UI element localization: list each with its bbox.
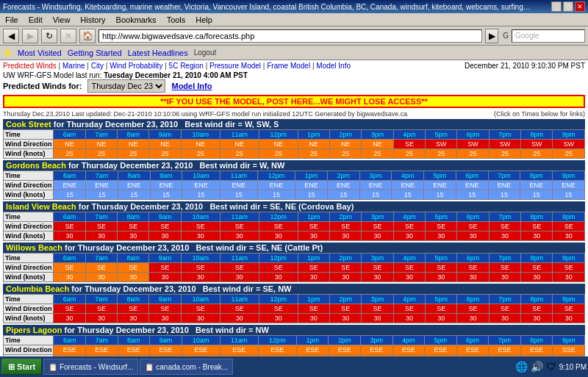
time-cell-0[interactable]: 6am <box>54 336 86 345</box>
time-cell-2[interactable]: 8am <box>118 212 149 222</box>
time-cell-3[interactable]: 9am <box>149 254 181 263</box>
menu-bookmarks[interactable]: Bookmarks <box>114 15 159 24</box>
maximize-button[interactable]: □ <box>563 1 573 12</box>
time-cell-4[interactable]: 10am <box>181 130 220 140</box>
time-cell-4[interactable]: 10am <box>182 336 220 345</box>
nav-marine[interactable]: Marine <box>62 62 85 70</box>
time-cell-11[interactable]: 5pm <box>424 171 456 181</box>
time-cell-0[interactable]: 6am <box>54 171 86 181</box>
time-cell-3[interactable]: 9am <box>149 212 181 222</box>
logout-link[interactable]: Logout <box>194 49 217 57</box>
time-cell-1[interactable]: 7am <box>85 212 117 222</box>
minimize-button[interactable]: _ <box>551 1 562 12</box>
close-button[interactable]: ✕ <box>575 1 585 12</box>
time-cell-2[interactable]: 8am <box>118 254 149 263</box>
time-cell-11[interactable]: 5pm <box>426 212 457 222</box>
time-cell-0[interactable]: 6am <box>54 254 85 263</box>
time-cell-11[interactable]: 5pm <box>426 130 457 140</box>
time-cell-4[interactable]: 10am <box>181 295 220 304</box>
time-cell-15[interactable]: 9pm <box>553 212 585 222</box>
time-cell-13[interactable]: 7pm <box>489 254 520 263</box>
time-cell-0[interactable]: 6am <box>54 130 85 140</box>
time-cell-13[interactable]: 7pm <box>488 171 520 181</box>
nav-city[interactable]: City <box>91 62 104 70</box>
time-cell-12[interactable]: 6pm <box>457 295 489 304</box>
back-button[interactable]: ◀ <box>3 29 19 43</box>
time-cell-12[interactable]: 6pm <box>457 212 489 222</box>
time-cell-8[interactable]: 2pm <box>329 336 361 345</box>
nav-model-info[interactable]: Model Info <box>316 62 351 70</box>
time-cell-4[interactable]: 10am <box>182 171 220 181</box>
time-cell-6[interactable]: 12pm <box>259 295 298 304</box>
time-cell-13[interactable]: 7pm <box>489 336 521 345</box>
time-cell-7[interactable]: 1pm <box>298 130 329 140</box>
date-selector[interactable]: Thursday Dec 23 <box>87 79 165 93</box>
time-cell-9[interactable]: 3pm <box>359 171 392 181</box>
time-cell-2[interactable]: 8am <box>118 130 149 140</box>
time-cell-10[interactable]: 4pm <box>393 295 425 304</box>
menu-file[interactable]: File <box>3 15 21 24</box>
time-cell-0[interactable]: 6am <box>54 295 85 304</box>
search-input[interactable]: Google <box>512 29 585 43</box>
menu-history[interactable]: History <box>78 15 107 24</box>
stop-button[interactable]: ✕ <box>60 29 76 43</box>
time-cell-1[interactable]: 7am <box>85 130 117 140</box>
taskbar-item-forecasts[interactable]: 📋 Forecasts - Windsurf... <box>43 359 138 375</box>
time-cell-1[interactable]: 7am <box>86 171 118 181</box>
time-cell-12[interactable]: 6pm <box>456 171 488 181</box>
time-cell-3[interactable]: 9am <box>149 130 181 140</box>
time-cell-13[interactable]: 7pm <box>489 130 520 140</box>
time-cell-9[interactable]: 3pm <box>362 212 393 222</box>
time-cell-6[interactable]: 12pm <box>259 254 298 263</box>
time-cell-2[interactable]: 8am <box>118 171 150 181</box>
time-cell-15[interactable]: 9pm <box>553 130 585 140</box>
time-cell-14[interactable]: 8pm <box>521 254 553 263</box>
time-cell-10[interactable]: 4pm <box>392 171 424 181</box>
time-cell-15[interactable]: 9pm <box>553 336 585 345</box>
time-cell-13[interactable]: 7pm <box>489 212 520 222</box>
time-cell-5[interactable]: 11am <box>220 130 259 140</box>
time-cell-8[interactable]: 2pm <box>330 295 362 304</box>
time-cell-8[interactable]: 2pm <box>327 171 359 181</box>
time-cell-0[interactable]: 6am <box>54 212 85 222</box>
menu-tools[interactable]: Tools <box>165 15 188 24</box>
time-cell-7[interactable]: 1pm <box>298 254 329 263</box>
time-cell-10[interactable]: 4pm <box>393 212 425 222</box>
time-cell-14[interactable]: 8pm <box>521 130 553 140</box>
time-cell-14[interactable]: 8pm <box>521 212 553 222</box>
time-cell-1[interactable]: 7am <box>85 295 117 304</box>
menu-help[interactable]: Help <box>193 15 215 24</box>
time-cell-1[interactable]: 7am <box>85 254 117 263</box>
time-cell-14[interactable]: 8pm <box>521 295 553 304</box>
time-cell-7[interactable]: 1pm <box>295 171 328 181</box>
time-cell-15[interactable]: 9pm <box>553 295 585 304</box>
time-cell-6[interactable]: 12pm <box>257 171 295 181</box>
time-cell-15[interactable]: 9pm <box>553 171 585 181</box>
time-cell-8[interactable]: 2pm <box>330 212 362 222</box>
time-cell-11[interactable]: 5pm <box>426 295 457 304</box>
address-bar[interactable]: http://www.bigwavedsave.ca/forecasts.php <box>98 29 482 43</box>
forward-button[interactable]: ▶ <box>22 29 38 43</box>
time-cell-7[interactable]: 1pm <box>296 336 329 345</box>
time-cell-2[interactable]: 8am <box>118 336 150 345</box>
time-cell-6[interactable]: 12pm <box>259 130 298 140</box>
time-cell-8[interactable]: 2pm <box>330 130 362 140</box>
time-cell-11[interactable]: 5pm <box>425 336 457 345</box>
time-cell-5[interactable]: 11am <box>220 254 259 263</box>
time-cell-12[interactable]: 6pm <box>457 254 489 263</box>
bookmark-headlines[interactable]: Latest Headlines <box>128 49 188 57</box>
time-cell-5[interactable]: 11am <box>220 295 259 304</box>
model-info-link[interactable]: Model Info <box>171 82 212 90</box>
time-cell-6[interactable]: 12pm <box>258 336 296 345</box>
nav-wind-prob[interactable]: Wind Probability <box>110 62 162 70</box>
menu-view[interactable]: View <box>51 15 73 24</box>
time-cell-7[interactable]: 1pm <box>298 295 329 304</box>
nav-pressure[interactable]: Pressure Model <box>209 62 261 70</box>
reload-button[interactable]: ↻ <box>41 29 57 43</box>
time-cell-9[interactable]: 3pm <box>362 254 393 263</box>
time-cell-14[interactable]: 8pm <box>520 171 553 181</box>
time-cell-1[interactable]: 7am <box>85 336 118 345</box>
time-cell-5[interactable]: 11am <box>220 336 258 345</box>
time-cell-9[interactable]: 3pm <box>362 295 393 304</box>
time-cell-7[interactable]: 1pm <box>298 212 329 222</box>
